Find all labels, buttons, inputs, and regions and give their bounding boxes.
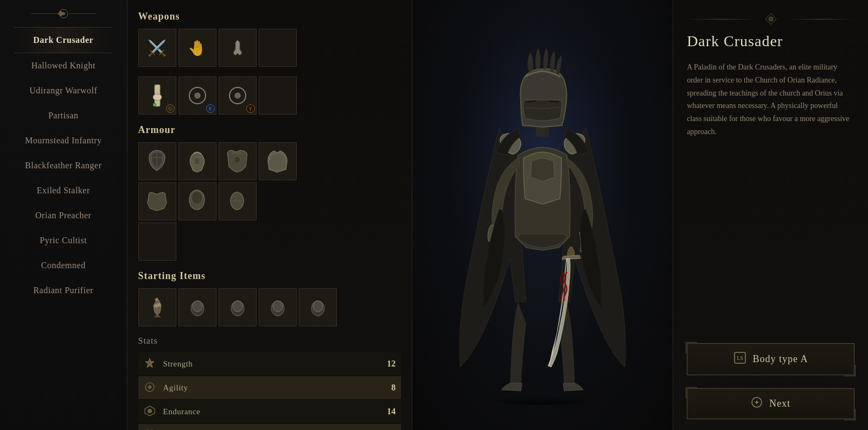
next-button[interactable]: Next	[687, 388, 854, 419]
weapons-grid: ⚔️ 🤚	[138, 29, 401, 67]
stats-section: Stats Strength12Agility8Endurance14Vital…	[138, 336, 401, 430]
svg-point-7	[153, 94, 162, 100]
stat-value-endurance: 14	[379, 407, 395, 416]
ornament-line-right	[787, 19, 854, 20]
armour-slot-empty[interactable]	[138, 223, 176, 261]
armour-slot-1[interactable]	[138, 142, 176, 180]
svg-point-26	[233, 301, 242, 312]
stat-name-strength: Strength	[163, 359, 380, 369]
armour-grid-row2	[138, 182, 401, 261]
stat-row-endurance[interactable]: Endurance14	[138, 400, 401, 423]
sidebar-item-radiant-purifier[interactable]: Radiant Purifier	[14, 278, 112, 303]
sidebar-item-partisan[interactable]: Partisan	[14, 103, 112, 128]
character-image	[412, 20, 673, 410]
starting-item-3[interactable]	[219, 288, 257, 326]
next-label: Next	[769, 398, 790, 409]
weapons-title: Weapons	[138, 11, 401, 22]
svg-rect-15	[195, 159, 199, 164]
next-icon	[751, 396, 763, 411]
agility-icon	[144, 381, 157, 394]
starting-item-1[interactable]	[138, 288, 176, 326]
svg-point-8	[153, 103, 156, 106]
svg-point-30	[313, 301, 323, 312]
weapon-slot-5[interactable]: G	[138, 77, 176, 115]
weapon-slot-6[interactable]: B	[178, 77, 216, 115]
sidebar-item-pyric-cultist[interactable]: Pyric Cultist	[14, 228, 112, 253]
stat-row-vitality[interactable]: Vitality14	[138, 424, 401, 430]
svg-point-24	[193, 301, 202, 312]
top-ornament-svg	[755, 11, 787, 27]
svg-point-10	[195, 93, 200, 98]
armour-grid-row1	[138, 142, 401, 180]
stat-value-strength: 12	[379, 359, 395, 369]
stats-title: Stats	[138, 336, 401, 346]
item-badge-blue: B	[206, 104, 215, 113]
body-type-label: Body type A	[753, 353, 808, 365]
sidebar-item-dark-crusader[interactable]: Dark Crusader	[14, 27, 112, 53]
starting-items-title: Starting Items	[138, 270, 401, 282]
stat-value-agility: 8	[379, 383, 395, 393]
armour-slot-4[interactable]	[259, 142, 297, 180]
svg-point-18	[192, 191, 202, 204]
top-ornament	[687, 11, 854, 27]
stat-name-endurance: Endurance	[163, 407, 380, 416]
ornament-line-left	[687, 19, 754, 20]
body-type-icon: LS	[733, 351, 746, 367]
weapon-slot-4[interactable]	[259, 29, 297, 67]
sidebar-item-blackfeather-ranger[interactable]: Blackfeather Ranger	[14, 153, 112, 178]
weapon-slot-2[interactable]: 🤚	[178, 29, 216, 67]
svg-point-32	[148, 409, 152, 413]
sidebar-item-hallowed-knight[interactable]: Hallowed Knight	[14, 53, 112, 78]
armour-slot-5[interactable]	[138, 182, 176, 220]
armour-slot-6[interactable]	[178, 182, 216, 220]
class-select-sidebar: Dark CrusaderHallowed KnightUdirangr War…	[0, 0, 127, 430]
svg-point-12	[235, 93, 240, 98]
character-display-panel	[412, 0, 673, 430]
class-description: A Paladin of the Dark Crusaders, an elit…	[687, 61, 854, 343]
character-svg	[412, 20, 673, 410]
armour-slot-7[interactable]	[219, 182, 257, 220]
endurance-icon	[144, 405, 157, 418]
class-info-panel: Dark Crusader A Paladin of the Dark Crus…	[673, 0, 868, 430]
starting-items-grid	[138, 288, 401, 326]
sidebar-top-ornament	[31, 5, 96, 24]
sidebar-item-mournstead-infantry[interactable]: Mournstead Infantry	[14, 128, 112, 153]
item-badge-green: G	[166, 104, 175, 113]
stat-row-agility[interactable]: Agility8	[138, 376, 401, 399]
sidebar-item-exiled-stalker[interactable]: Exiled Stalker	[14, 178, 112, 203]
strength-icon	[144, 357, 157, 370]
stat-row-strength[interactable]: Strength12	[138, 352, 401, 375]
item-badge-yellow: Y	[246, 104, 255, 113]
weapon-slot-3[interactable]	[219, 29, 257, 67]
starting-item-4[interactable]	[259, 288, 297, 326]
sidebar-item-condemned[interactable]: Condemned	[14, 253, 112, 278]
sidebar-item-udirangr-warwolf[interactable]: Udirangr Warwolf	[14, 78, 112, 103]
sidebar-item-orian-preacher[interactable]: Orian Preacher	[14, 203, 112, 228]
weapon-slot-1[interactable]: ⚔️	[138, 29, 176, 67]
class-title: Dark Crusader	[687, 33, 854, 50]
body-type-button[interactable]: LS Body type A	[687, 343, 854, 375]
weapon-slot-8[interactable]	[259, 77, 297, 115]
starting-item-2[interactable]	[178, 288, 216, 326]
svg-text:LS: LS	[737, 355, 743, 361]
armour-slot-3[interactable]	[219, 142, 257, 180]
stats-container: Strength12Agility8Endurance14Vitality14R…	[138, 352, 401, 430]
weapons-grid-row2: G B Y	[138, 77, 401, 115]
svg-point-28	[273, 301, 283, 312]
svg-point-16	[234, 156, 240, 163]
stat-name-agility: Agility	[163, 383, 380, 393]
svg-point-46	[769, 17, 773, 21]
svg-point-43	[477, 383, 608, 405]
class-details-panel: Weapons ⚔️ 🤚 G	[127, 0, 413, 430]
armour-title: Armour	[138, 124, 401, 136]
starting-item-5[interactable]	[299, 288, 337, 326]
svg-point-3	[62, 12, 65, 15]
weapon-slot-7[interactable]: Y	[219, 77, 257, 115]
armour-slot-2[interactable]	[178, 142, 216, 180]
